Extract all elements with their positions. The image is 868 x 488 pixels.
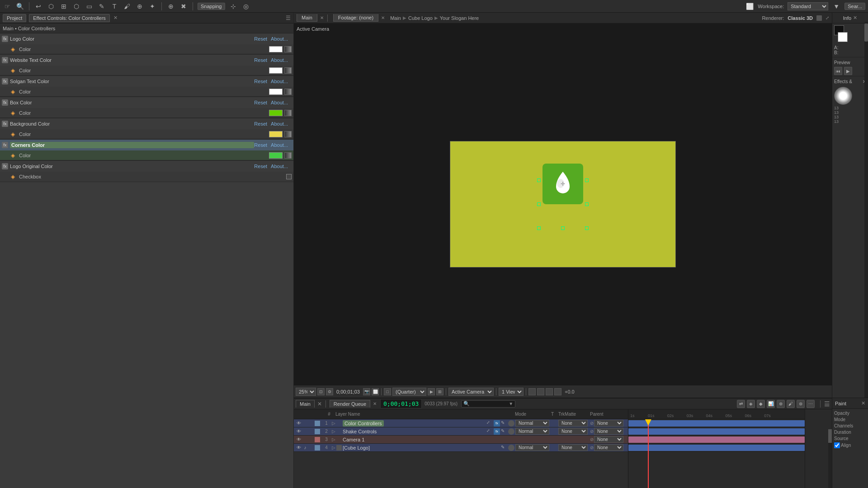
comp-expand-icon[interactable]: ⤢ (826, 15, 829, 20)
magnet-icon[interactable]: ⊹ (229, 2, 238, 11)
brush-icon[interactable]: 🖌 (123, 2, 132, 11)
bg-color-about[interactable]: About... (271, 121, 288, 127)
layer1-name[interactable]: Color Controllers (343, 420, 384, 427)
layer1-parent-select[interactable]: None (594, 420, 623, 427)
breadcrumb-main[interactable]: Main (390, 15, 401, 21)
layer1-keys-icon[interactable]: ⤢ (486, 420, 493, 427)
tl-vertical-scrollbar[interactable] (828, 429, 832, 488)
layer1-lock[interactable] (308, 420, 315, 427)
effect-controls-tab[interactable]: Effect Controls: Color Controllers (29, 14, 110, 22)
corners-color-header[interactable]: fx Corners Color Reset About... (0, 140, 293, 150)
snapping-label[interactable]: Snapping (198, 3, 225, 10)
prev-play-btn[interactable]: ▶ (844, 67, 852, 75)
layer4-name[interactable]: [Cube Logo] (343, 445, 501, 450)
layer1-expand[interactable]: ▷ (332, 421, 335, 426)
quality-select[interactable]: (Quarter) (Full) (Half) (392, 388, 426, 396)
layer2-quality[interactable] (508, 428, 514, 435)
grid-icon[interactable]: ⊞ (59, 2, 68, 11)
layer1-eye[interactable]: 👁 (296, 420, 302, 427)
breadcrumb-cube-logo[interactable]: Cube Logo (408, 15, 433, 21)
layer3-name[interactable]: Camera 1 (343, 437, 484, 442)
timeline-main-close[interactable]: ✕ (317, 401, 322, 407)
logo-color-reset[interactable]: Reset (254, 36, 267, 42)
layer-row-4[interactable]: 👁 ♪ 4 ▷ [Cube Logo] ✎ Normal (294, 444, 628, 452)
layer2-solo[interactable] (302, 428, 308, 435)
corners-color-gradient[interactable] (284, 152, 292, 159)
tl-search-input[interactable] (470, 401, 509, 406)
transform-icon[interactable]: ⬡ (72, 2, 81, 11)
layer4-lock[interactable] (308, 445, 315, 451)
tl-more-icon[interactable]: ⋯ (807, 400, 815, 408)
layer2-parent-select[interactable]: None (594, 428, 623, 435)
box-color-swatch[interactable] (269, 110, 283, 116)
logo-original-checkbox[interactable] (286, 174, 292, 179)
wireframe-btn[interactable] (528, 388, 536, 395)
info-close[interactable]: ✕ (853, 15, 857, 21)
left-panel-close[interactable]: ✕ (113, 15, 118, 21)
pin-icon[interactable]: ⊕ (166, 2, 175, 11)
layer2-lock[interactable] (308, 428, 315, 435)
cursor-tool-icon[interactable]: ☞ (3, 2, 12, 11)
layer1-pencil[interactable]: ✎ (501, 420, 507, 427)
layer2-name[interactable]: Shake Controls (343, 429, 486, 434)
website-text-header[interactable]: fx Website Text Color Reset About... (0, 55, 293, 66)
layer3-lock[interactable] (308, 436, 315, 443)
clone-icon[interactable]: ⊕ (135, 2, 144, 11)
box-color-reset[interactable]: Reset (254, 100, 267, 105)
timeline-tab-render[interactable]: Render Queue (330, 400, 370, 408)
logo-color-about[interactable]: About... (271, 36, 288, 42)
timeline-tab-main[interactable]: Main (296, 400, 315, 408)
tl-render-close[interactable]: ✕ (373, 401, 377, 406)
layer4-eye[interactable]: 👁 (296, 445, 302, 451)
transparency-btn[interactable] (537, 388, 544, 395)
tl-puppet-tl-icon[interactable]: ⊛ (797, 400, 805, 408)
project-tab[interactable]: Project (3, 14, 26, 22)
snapshot-btn[interactable]: 📷 (363, 388, 370, 395)
comp-menu-icon[interactable] (816, 15, 822, 21)
background-color-header[interactable]: fx Background Color Reset About... (0, 118, 293, 129)
logo-color-gradient[interactable] (284, 46, 292, 52)
layer2-mode[interactable]: Normal (515, 428, 549, 435)
logo-original-about[interactable]: About... (271, 164, 288, 169)
layer1-trkmatte-select[interactable]: None (558, 420, 588, 427)
layer1-quality[interactable] (508, 420, 514, 427)
bg-color-swatch[interactable] (269, 131, 283, 137)
scrollbar-thumb[interactable] (864, 23, 868, 42)
layer2-trkmatte-select[interactable]: None (558, 428, 588, 435)
pen-icon[interactable]: ✎ (97, 2, 106, 11)
prev-first-btn[interactable]: ⏮ (834, 67, 842, 75)
layer2-fx-icon[interactable]: fx (494, 428, 500, 435)
info-bg-swatch[interactable] (838, 32, 848, 42)
tl-transfer-icon[interactable]: ⇄ (737, 400, 745, 408)
left-panel-menu[interactable]: ☰ (286, 15, 291, 21)
corners-color-swatch[interactable] (269, 152, 283, 159)
layer1-3d[interactable] (336, 420, 343, 427)
tl-graph-icon[interactable]: 📊 (767, 400, 775, 408)
layer2-keys[interactable]: ⤢ (486, 428, 493, 435)
3d-btn[interactable] (554, 388, 561, 395)
layer-row-2[interactable]: 👁 2 ▷ Shake Controls ⤢ fx ✎ (294, 427, 628, 436)
website-color-gradient[interactable] (284, 67, 292, 74)
comp-tab-main[interactable]: Main (297, 14, 317, 22)
logo-color-header[interactable]: fx Logo Color Reset About... (0, 33, 293, 44)
layer2-pencil[interactable]: ✎ (501, 428, 507, 435)
logo-color-swatch[interactable] (269, 46, 283, 52)
show-channel-btn[interactable]: ⬜ (372, 388, 379, 395)
slogan-text-about[interactable]: About... (271, 79, 288, 84)
slogan-text-header[interactable]: fx Solgan Text Color Reset About... (0, 76, 293, 87)
layer-row-3[interactable]: 👁 3 ▷ Camera 1 (294, 436, 628, 444)
playhead[interactable] (648, 419, 649, 488)
tl-scrollbar-thumb[interactable] (828, 429, 832, 443)
camera-select[interactable]: Active Camera (448, 388, 494, 396)
tl-keyframe-icon[interactable]: ◆ (757, 400, 765, 408)
slogan-color-swatch[interactable] (269, 89, 283, 95)
box-color-gradient[interactable] (284, 110, 292, 116)
box-color-about[interactable]: About... (271, 100, 288, 105)
target-icon[interactable]: ◎ (241, 2, 250, 11)
layer4-expand[interactable]: ▷ (332, 445, 335, 450)
zoom-tool-icon[interactable]: 🔍 (15, 2, 24, 11)
layer3-expand[interactable]: ▷ (332, 437, 335, 442)
search-label[interactable]: Sear... (844, 3, 865, 10)
layer4-mode[interactable]: Normal (515, 444, 549, 451)
layer1-fx-icon[interactable]: fx (494, 420, 500, 427)
